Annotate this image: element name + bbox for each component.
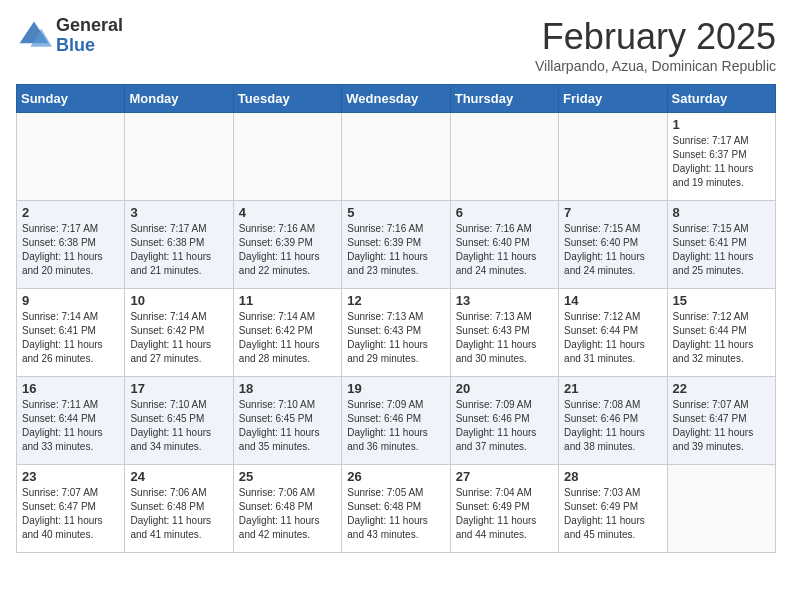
calendar-week-row: 1Sunrise: 7:17 AM Sunset: 6:37 PM Daylig… [17,113,776,201]
calendar-day-cell [17,113,125,201]
calendar-day-cell: 9Sunrise: 7:14 AM Sunset: 6:41 PM Daylig… [17,289,125,377]
day-info: Sunrise: 7:17 AM Sunset: 6:38 PM Dayligh… [22,222,119,278]
day-info: Sunrise: 7:16 AM Sunset: 6:40 PM Dayligh… [456,222,553,278]
day-info: Sunrise: 7:13 AM Sunset: 6:43 PM Dayligh… [456,310,553,366]
calendar-day-cell [667,465,775,553]
day-number: 22 [673,381,770,396]
calendar-day-cell [233,113,341,201]
day-number: 21 [564,381,661,396]
day-info: Sunrise: 7:15 AM Sunset: 6:40 PM Dayligh… [564,222,661,278]
day-info: Sunrise: 7:04 AM Sunset: 6:49 PM Dayligh… [456,486,553,542]
day-number: 4 [239,205,336,220]
day-number: 26 [347,469,444,484]
calendar-day-cell: 2Sunrise: 7:17 AM Sunset: 6:38 PM Daylig… [17,201,125,289]
day-number: 24 [130,469,227,484]
location-subtitle: Villarpando, Azua, Dominican Republic [535,58,776,74]
weekday-header: Thursday [450,85,558,113]
weekday-header: Wednesday [342,85,450,113]
calendar-day-cell: 4Sunrise: 7:16 AM Sunset: 6:39 PM Daylig… [233,201,341,289]
calendar-day-cell: 14Sunrise: 7:12 AM Sunset: 6:44 PM Dayli… [559,289,667,377]
weekday-header: Sunday [17,85,125,113]
day-number: 1 [673,117,770,132]
calendar-day-cell [559,113,667,201]
logo-text: General Blue [56,16,123,56]
day-info: Sunrise: 7:10 AM Sunset: 6:45 PM Dayligh… [130,398,227,454]
day-number: 13 [456,293,553,308]
day-info: Sunrise: 7:05 AM Sunset: 6:48 PM Dayligh… [347,486,444,542]
day-number: 12 [347,293,444,308]
calendar-day-cell: 24Sunrise: 7:06 AM Sunset: 6:48 PM Dayli… [125,465,233,553]
day-number: 16 [22,381,119,396]
day-info: Sunrise: 7:17 AM Sunset: 6:38 PM Dayligh… [130,222,227,278]
day-number: 23 [22,469,119,484]
calendar-day-cell: 18Sunrise: 7:10 AM Sunset: 6:45 PM Dayli… [233,377,341,465]
calendar-day-cell: 10Sunrise: 7:14 AM Sunset: 6:42 PM Dayli… [125,289,233,377]
month-title: February 2025 [535,16,776,58]
day-info: Sunrise: 7:06 AM Sunset: 6:48 PM Dayligh… [130,486,227,542]
weekday-header: Saturday [667,85,775,113]
day-info: Sunrise: 7:15 AM Sunset: 6:41 PM Dayligh… [673,222,770,278]
calendar-day-cell: 27Sunrise: 7:04 AM Sunset: 6:49 PM Dayli… [450,465,558,553]
logo-blue: Blue [56,36,123,56]
logo-icon [16,18,52,54]
calendar-day-cell [450,113,558,201]
day-info: Sunrise: 7:16 AM Sunset: 6:39 PM Dayligh… [239,222,336,278]
day-info: Sunrise: 7:16 AM Sunset: 6:39 PM Dayligh… [347,222,444,278]
calendar-week-row: 16Sunrise: 7:11 AM Sunset: 6:44 PM Dayli… [17,377,776,465]
day-info: Sunrise: 7:07 AM Sunset: 6:47 PM Dayligh… [673,398,770,454]
calendar-day-cell [342,113,450,201]
day-number: 5 [347,205,444,220]
day-number: 2 [22,205,119,220]
day-info: Sunrise: 7:03 AM Sunset: 6:49 PM Dayligh… [564,486,661,542]
calendar-day-cell: 22Sunrise: 7:07 AM Sunset: 6:47 PM Dayli… [667,377,775,465]
day-number: 20 [456,381,553,396]
day-info: Sunrise: 7:09 AM Sunset: 6:46 PM Dayligh… [347,398,444,454]
calendar-day-cell: 1Sunrise: 7:17 AM Sunset: 6:37 PM Daylig… [667,113,775,201]
calendar-day-cell: 8Sunrise: 7:15 AM Sunset: 6:41 PM Daylig… [667,201,775,289]
day-info: Sunrise: 7:08 AM Sunset: 6:46 PM Dayligh… [564,398,661,454]
weekday-header-row: SundayMondayTuesdayWednesdayThursdayFrid… [17,85,776,113]
day-number: 3 [130,205,227,220]
weekday-header: Tuesday [233,85,341,113]
day-info: Sunrise: 7:13 AM Sunset: 6:43 PM Dayligh… [347,310,444,366]
logo-general: General [56,16,123,36]
day-number: 17 [130,381,227,396]
day-info: Sunrise: 7:06 AM Sunset: 6:48 PM Dayligh… [239,486,336,542]
day-number: 25 [239,469,336,484]
calendar-week-row: 2Sunrise: 7:17 AM Sunset: 6:38 PM Daylig… [17,201,776,289]
calendar-day-cell: 25Sunrise: 7:06 AM Sunset: 6:48 PM Dayli… [233,465,341,553]
day-info: Sunrise: 7:12 AM Sunset: 6:44 PM Dayligh… [673,310,770,366]
calendar-day-cell: 15Sunrise: 7:12 AM Sunset: 6:44 PM Dayli… [667,289,775,377]
calendar-day-cell: 11Sunrise: 7:14 AM Sunset: 6:42 PM Dayli… [233,289,341,377]
calendar-day-cell: 3Sunrise: 7:17 AM Sunset: 6:38 PM Daylig… [125,201,233,289]
day-number: 10 [130,293,227,308]
day-number: 8 [673,205,770,220]
calendar-day-cell: 6Sunrise: 7:16 AM Sunset: 6:40 PM Daylig… [450,201,558,289]
page-header: General Blue February 2025 Villarpando, … [16,16,776,74]
day-info: Sunrise: 7:10 AM Sunset: 6:45 PM Dayligh… [239,398,336,454]
calendar-day-cell: 12Sunrise: 7:13 AM Sunset: 6:43 PM Dayli… [342,289,450,377]
logo: General Blue [16,16,123,56]
calendar-day-cell [125,113,233,201]
day-info: Sunrise: 7:14 AM Sunset: 6:42 PM Dayligh… [239,310,336,366]
day-number: 28 [564,469,661,484]
calendar-day-cell: 19Sunrise: 7:09 AM Sunset: 6:46 PM Dayli… [342,377,450,465]
calendar-week-row: 23Sunrise: 7:07 AM Sunset: 6:47 PM Dayli… [17,465,776,553]
calendar-day-cell: 26Sunrise: 7:05 AM Sunset: 6:48 PM Dayli… [342,465,450,553]
calendar-day-cell: 23Sunrise: 7:07 AM Sunset: 6:47 PM Dayli… [17,465,125,553]
day-info: Sunrise: 7:17 AM Sunset: 6:37 PM Dayligh… [673,134,770,190]
calendar-day-cell: 16Sunrise: 7:11 AM Sunset: 6:44 PM Dayli… [17,377,125,465]
calendar-week-row: 9Sunrise: 7:14 AM Sunset: 6:41 PM Daylig… [17,289,776,377]
day-info: Sunrise: 7:11 AM Sunset: 6:44 PM Dayligh… [22,398,119,454]
day-number: 18 [239,381,336,396]
day-number: 7 [564,205,661,220]
weekday-header: Monday [125,85,233,113]
day-number: 27 [456,469,553,484]
day-info: Sunrise: 7:07 AM Sunset: 6:47 PM Dayligh… [22,486,119,542]
title-area: February 2025 Villarpando, Azua, Dominic… [535,16,776,74]
weekday-header: Friday [559,85,667,113]
day-number: 19 [347,381,444,396]
calendar-day-cell: 20Sunrise: 7:09 AM Sunset: 6:46 PM Dayli… [450,377,558,465]
day-number: 14 [564,293,661,308]
day-info: Sunrise: 7:14 AM Sunset: 6:41 PM Dayligh… [22,310,119,366]
